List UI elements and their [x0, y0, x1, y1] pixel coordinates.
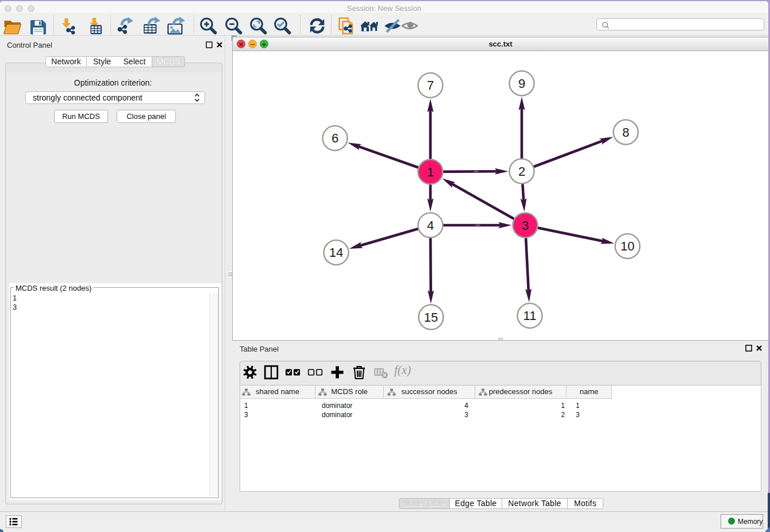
svg-text:4: 4: [427, 218, 434, 233]
svg-text:1: 1: [427, 165, 434, 179]
svg-text:2: 2: [518, 164, 525, 179]
svg-text:9: 9: [518, 76, 525, 91]
svg-text:14: 14: [329, 245, 343, 260]
svg-text:3: 3: [522, 218, 529, 233]
svg-text:8: 8: [622, 125, 629, 140]
svg-text:6: 6: [332, 131, 338, 145]
svg-text:7: 7: [427, 78, 434, 92]
svg-text:10: 10: [621, 239, 634, 253]
svg-text:15: 15: [424, 310, 438, 325]
svg-text:11: 11: [523, 309, 537, 323]
